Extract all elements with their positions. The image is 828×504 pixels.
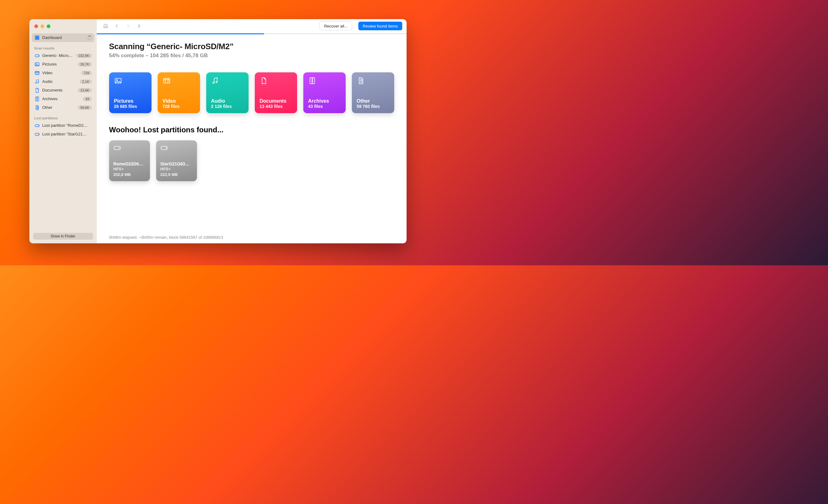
sidebar-section-lost: Lost partitions bbox=[29, 112, 97, 121]
category-card-audio[interactable]: Audio 2 126 files bbox=[206, 72, 249, 113]
home-button[interactable] bbox=[101, 22, 110, 30]
sidebar-item-dashboard[interactable]: Dashboard bbox=[32, 33, 94, 42]
sidebar-section-results: Scan results bbox=[29, 42, 97, 51]
partition-card[interactable]: RomeD22D6… HFS+252,9 MB bbox=[109, 140, 150, 181]
sidebar-item-label: Video bbox=[42, 71, 79, 75]
card-title: Documents bbox=[260, 98, 292, 104]
drive-icon bbox=[114, 144, 121, 152]
sidebar-item-label: Audio bbox=[42, 79, 78, 84]
partition-name: RomeD22D6… bbox=[114, 161, 146, 166]
sidebar-item-video[interactable]: Video 728 bbox=[32, 69, 94, 77]
card-title: Video bbox=[163, 98, 195, 104]
category-card-documents[interactable]: Documents 13 443 files bbox=[255, 72, 297, 113]
status-text: 0h06m elapsed, ~0h05m remain, block 5864… bbox=[109, 235, 223, 240]
sidebar: Dashboard Scan results Generic- MicroS… … bbox=[29, 19, 97, 243]
sidebar-item-lost-partition[interactable]: Lost partition "StarG21… bbox=[32, 130, 94, 138]
scan-progress-bar bbox=[97, 33, 407, 34]
forward-button[interactable] bbox=[123, 22, 133, 30]
category-cards: Pictures 26 685 files Video 728 files Au… bbox=[109, 72, 394, 113]
partition-card[interactable]: StarG21G83… HFS+222,9 MB bbox=[156, 140, 197, 181]
sidebar-item-documents[interactable]: Documents 13,4K bbox=[32, 86, 94, 95]
pause-button[interactable] bbox=[134, 22, 144, 30]
video-icon bbox=[34, 70, 40, 76]
partition-meta: HFS+252,9 MB bbox=[114, 166, 146, 177]
card-count: 728 files bbox=[163, 104, 195, 109]
close-window-button[interactable] bbox=[34, 25, 38, 28]
sidebar-item-label: Pictures bbox=[42, 62, 76, 67]
category-card-archives[interactable]: Archives 43 files bbox=[303, 72, 346, 113]
partition-name: StarG21G83… bbox=[161, 161, 193, 166]
toolbar: Recover all... Review found items bbox=[97, 19, 407, 33]
card-count: 59 760 files bbox=[357, 104, 389, 109]
sidebar-item-generic-micros-[interactable]: Generic- MicroS… 102,8K bbox=[32, 51, 94, 60]
sidebar-item-label: Lost partition "RomeD2… bbox=[42, 123, 92, 128]
note-icon bbox=[211, 77, 219, 85]
count-badge: 2,1K bbox=[80, 80, 92, 84]
count-badge: 26,7K bbox=[78, 62, 92, 67]
drive-icon bbox=[34, 131, 40, 137]
main-content: Recover all... Review found items Scanni… bbox=[97, 19, 407, 243]
sidebar-item-label: Other bbox=[42, 105, 76, 110]
lost-partitions-heading: Woohoo! Lost partitions found... bbox=[109, 126, 394, 134]
video-icon bbox=[163, 77, 171, 85]
window-controls bbox=[29, 19, 97, 33]
drive-icon bbox=[161, 144, 168, 152]
count-badge: 43 bbox=[83, 97, 91, 101]
card-title: Audio bbox=[211, 98, 244, 104]
card-count: 43 files bbox=[308, 104, 341, 109]
file-icon bbox=[34, 105, 40, 111]
sidebar-item-lost-partition[interactable]: Lost partition "RomeD2… bbox=[32, 121, 94, 130]
count-badge: 59,8K bbox=[78, 106, 92, 110]
count-badge: 13,4K bbox=[78, 88, 92, 92]
review-found-button[interactable]: Review found items bbox=[358, 22, 402, 30]
sidebar-item-label: Documents bbox=[42, 88, 76, 92]
card-title: Archives bbox=[308, 98, 341, 104]
drive-icon bbox=[34, 53, 40, 58]
card-title: Other bbox=[357, 98, 389, 104]
sidebar-item-other[interactable]: Other 59,8K bbox=[32, 103, 94, 112]
back-button[interactable] bbox=[112, 22, 122, 30]
sidebar-item-label: Archives bbox=[42, 96, 81, 101]
image-icon bbox=[114, 77, 122, 85]
zip-icon bbox=[34, 96, 40, 102]
image-icon bbox=[34, 61, 40, 67]
zip-icon bbox=[308, 77, 316, 85]
card-title: Pictures bbox=[114, 98, 147, 104]
zoom-window-button[interactable] bbox=[47, 25, 50, 28]
card-count: 2 126 files bbox=[211, 104, 244, 109]
sidebar-item-audio[interactable]: Audio 2,1K bbox=[32, 77, 94, 86]
card-count: 13 443 files bbox=[260, 104, 292, 109]
lost-partitions-list: RomeD22D6… HFS+252,9 MB StarG21G83… HFS+… bbox=[109, 140, 394, 181]
sidebar-item-label: Dashboard bbox=[42, 35, 86, 40]
sidebar-item-label: Lost partition "StarG21… bbox=[42, 132, 92, 136]
category-card-other[interactable]: Other 59 760 files bbox=[352, 72, 394, 113]
minimize-window-button[interactable] bbox=[41, 25, 44, 28]
partition-meta: HFS+222,9 MB bbox=[161, 166, 193, 177]
sidebar-item-archives[interactable]: Archives 43 bbox=[32, 95, 94, 103]
drive-icon bbox=[34, 123, 40, 128]
grid-icon bbox=[34, 35, 40, 41]
count-badge: 102,8K bbox=[76, 53, 92, 58]
sidebar-item-label: Generic- MicroS… bbox=[42, 53, 74, 58]
scanning-spinner-icon bbox=[87, 36, 92, 40]
sidebar-item-pictures[interactable]: Pictures 26,7K bbox=[32, 60, 94, 69]
card-count: 26 685 files bbox=[114, 104, 147, 109]
note-icon bbox=[34, 79, 40, 84]
doc-icon bbox=[260, 77, 268, 85]
recover-all-button[interactable]: Recover all... bbox=[319, 22, 352, 30]
app-window: Dashboard Scan results Generic- MicroS… … bbox=[29, 19, 407, 243]
category-card-video[interactable]: Video 728 files bbox=[158, 72, 200, 113]
scan-subtitle: 54% complete – 104 285 files / 45,78 GB bbox=[109, 52, 394, 59]
category-card-pictures[interactable]: Pictures 26 685 files bbox=[109, 72, 152, 113]
count-badge: 728 bbox=[81, 71, 91, 75]
doc-icon bbox=[34, 87, 40, 93]
scan-title: Scanning “Generic- MicroSD/M2” bbox=[109, 42, 394, 51]
file-icon bbox=[357, 77, 365, 85]
show-in-finder-button[interactable]: Show in Finder bbox=[33, 233, 93, 240]
